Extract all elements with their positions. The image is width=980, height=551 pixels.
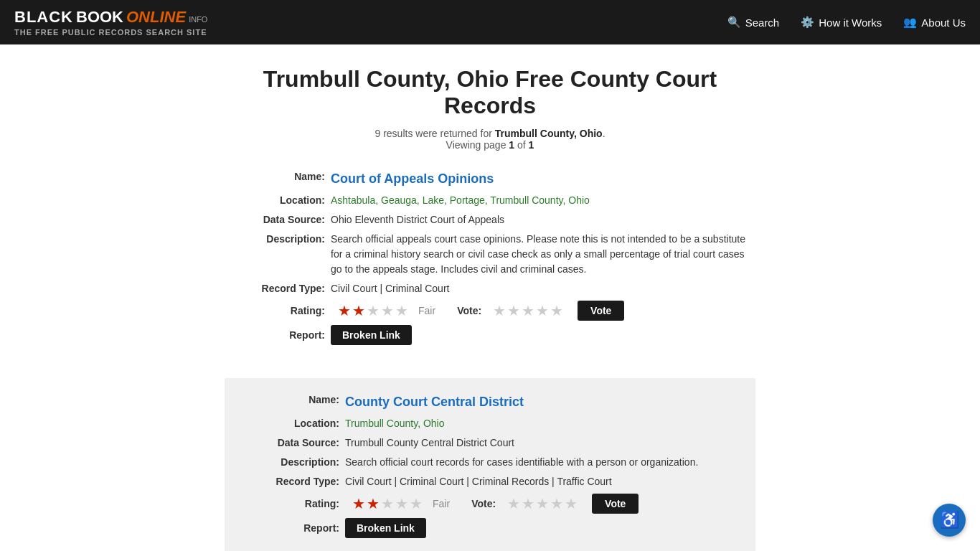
report-label-2: Report: (246, 522, 339, 534)
name-label-1: Name: (232, 169, 325, 189)
main-nav: 🔍 Search ⚙️ How it Works 👥 About Us (727, 16, 966, 29)
record-location-row-2: Location: Trumbull County, Ohio (246, 416, 734, 431)
datasource-value-1: Ohio Eleventh District Court of Appeals (331, 212, 748, 227)
rating-stars-2: ★ ★ ★ ★ ★ (352, 495, 423, 512)
result-summary: 9 results were returned for Trumbull Cou… (225, 128, 755, 151)
name-value-2: County Court Central District (345, 392, 734, 412)
vote-star-2-3[interactable]: ★ (536, 495, 549, 512)
accessibility-button[interactable]: ♿ (933, 504, 966, 537)
vote-star-2-2[interactable]: ★ (522, 495, 534, 512)
nav-how-it-works-label: How it Works (819, 17, 882, 29)
record-description-row-1: Description: Search official appeals cou… (232, 232, 748, 277)
results-label: results were returned for (383, 128, 495, 139)
recordtype-value-1: Civil Court | Criminal Court (331, 281, 748, 296)
result-count: 9 (374, 128, 380, 139)
page-current: 1 (509, 139, 514, 151)
star-2-3: ★ (381, 495, 394, 512)
divider-1 (225, 364, 755, 378)
vote-star-1-5[interactable]: ★ (550, 302, 563, 319)
star-2-1: ★ (352, 495, 365, 512)
logo-black: BLACK (14, 8, 73, 27)
record-name-row-2: Name: County Court Central District (246, 392, 734, 412)
vote-star-2-1[interactable]: ★ (507, 495, 520, 512)
star-1-5: ★ (395, 302, 408, 319)
vote-star-1-4[interactable]: ★ (536, 302, 549, 319)
nav-how-it-works[interactable]: ⚙️ How it Works (801, 16, 882, 29)
recordtype-label-2: Record Type: (246, 474, 339, 489)
nav-search-label: Search (745, 17, 780, 29)
rating-row-2: Rating: ★ ★ ★ ★ ★ Fair Vote: ★ ★ ★ ★ ★ V… (246, 494, 734, 514)
name-link-2[interactable]: County Court Central District (345, 395, 524, 409)
logo-online: ONLINE (126, 8, 186, 27)
vote-stars-1[interactable]: ★ ★ ★ ★ ★ (493, 302, 563, 319)
location-link-1[interactable]: Ashtabula, Geauga, Lake, Portage, Trumbu… (331, 194, 590, 206)
vote-star-1-2[interactable]: ★ (507, 302, 520, 319)
rating-text-1: Fair (418, 305, 435, 316)
rating-text-2: Fair (433, 498, 450, 509)
record-type-row-1: Record Type: Civil Court | Criminal Cour… (232, 281, 748, 296)
name-link-1[interactable]: Court of Appeals Opinions (331, 171, 494, 186)
main-content: Trumbull County, Ohio Free County Court … (210, 44, 770, 551)
record-card-1: Name: Court of Appeals Opinions Location… (225, 155, 755, 364)
location-link-2[interactable]: Trumbull County, Ohio (345, 418, 445, 429)
location-value-2: Trumbull County, Ohio (345, 416, 734, 431)
search-icon: 🔍 (727, 16, 741, 29)
vote-stars-2[interactable]: ★ ★ ★ ★ ★ (507, 495, 578, 512)
star-2-5: ★ (410, 495, 423, 512)
nav-about-us[interactable]: 👥 About Us (903, 16, 966, 29)
datasource-value-2: Trumbull County Central District Court (345, 435, 734, 451)
vote-button-2[interactable]: Vote (592, 494, 639, 514)
nav-about-us-label: About Us (921, 17, 966, 29)
vote-star-1-3[interactable]: ★ (522, 302, 534, 319)
description-label-2: Description: (246, 455, 339, 470)
record-location-row-1: Location: Ashtabula, Geauga, Lake, Porta… (232, 193, 748, 208)
report-row-2: Report: Broken Link (246, 518, 734, 538)
star-1-3: ★ (367, 302, 380, 319)
broken-link-button-2[interactable]: Broken Link (345, 518, 426, 538)
report-label-1: Report: (232, 329, 325, 341)
site-logo: BLACK BOOK ONLINE INFO THE FREE PUBLIC R… (14, 8, 207, 37)
record-description-row-2: Description: Search official court recor… (246, 455, 734, 470)
record-type-row-2: Record Type: Civil Court | Criminal Cour… (246, 474, 734, 489)
star-1-2: ★ (352, 302, 365, 319)
logo-book: BOOK (76, 8, 123, 27)
record-card-2: Name: County Court Central District Loca… (225, 378, 755, 551)
result-location: Trumbull County, Ohio (495, 128, 603, 139)
vote-label-1: Vote: (457, 305, 481, 316)
page-info: Viewing page 1 of 1 (225, 139, 755, 151)
gear-icon: ⚙️ (801, 16, 814, 29)
vote-star-2-4[interactable]: ★ (550, 495, 563, 512)
broken-link-button-1[interactable]: Broken Link (331, 325, 412, 345)
datasource-label-2: Data Source: (246, 435, 339, 451)
nav-search[interactable]: 🔍 Search (727, 16, 780, 29)
location-value-1: Ashtabula, Geauga, Lake, Portage, Trumbu… (331, 193, 748, 208)
vote-star-1-1[interactable]: ★ (493, 302, 506, 319)
description-value-2: Search official court records for cases … (345, 455, 734, 470)
vote-star-2-5[interactable]: ★ (565, 495, 578, 512)
rating-stars-1: ★ ★ ★ ★ ★ (338, 302, 408, 319)
location-label-2: Location: (246, 416, 339, 431)
record-datasource-row-2: Data Source: Trumbull County Central Dis… (246, 435, 734, 451)
logo-info: INFO (189, 15, 207, 24)
page-title: Trumbull County, Ohio Free County Court … (225, 66, 755, 119)
star-1-1: ★ (338, 302, 351, 319)
rating-row-1: Rating: ★ ★ ★ ★ ★ Fair Vote: ★ ★ ★ ★ ★ V… (232, 301, 748, 321)
report-row-1: Report: Broken Link (232, 325, 748, 345)
rating-label-2: Rating: (246, 498, 339, 509)
description-value-1: Search official appeals court case opini… (331, 232, 748, 277)
recordtype-value-2: Civil Court | Criminal Court | Criminal … (345, 474, 734, 489)
name-label-2: Name: (246, 392, 339, 412)
description-label-1: Description: (232, 232, 325, 277)
datasource-label-1: Data Source: (232, 212, 325, 227)
people-icon: 👥 (903, 16, 917, 29)
recordtype-label-1: Record Type: (232, 281, 325, 296)
star-2-4: ★ (395, 495, 408, 512)
star-1-4: ★ (381, 302, 394, 319)
site-header: BLACK BOOK ONLINE INFO THE FREE PUBLIC R… (0, 0, 980, 44)
rating-label-1: Rating: (232, 305, 325, 316)
location-label-1: Location: (232, 193, 325, 208)
page-total: 1 (529, 139, 534, 151)
vote-label-2: Vote: (471, 498, 496, 509)
vote-button-1[interactable]: Vote (578, 301, 624, 321)
logo-tagline: THE FREE PUBLIC RECORDS SEARCH SITE (14, 28, 207, 37)
